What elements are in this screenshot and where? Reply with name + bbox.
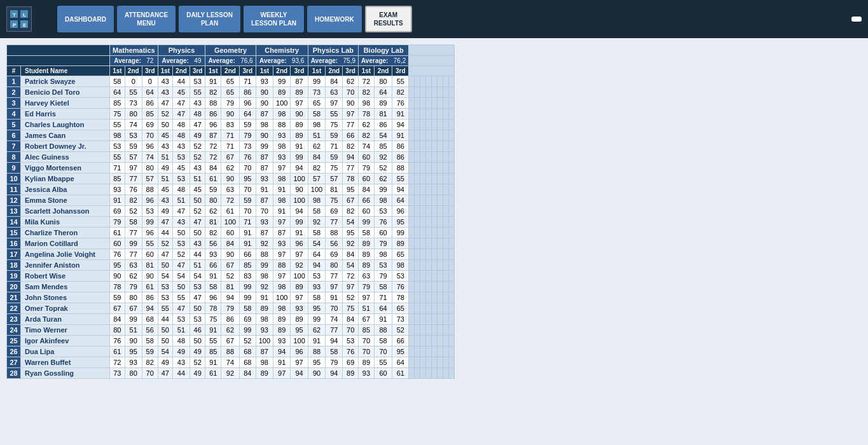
score-cell: 91 — [291, 228, 308, 238]
empty-cell — [449, 206, 455, 217]
score-cell: 96 — [142, 228, 158, 238]
score-cell: 61 — [142, 282, 158, 292]
score-cell: 65 — [221, 76, 240, 87]
score-cell: 95 — [343, 184, 359, 195]
row-number: 14 — [7, 217, 21, 228]
score-cell: 90 — [256, 98, 273, 109]
score-cell: 78 — [359, 109, 375, 120]
row-number: 11 — [7, 184, 21, 195]
score-cell: 72 — [359, 76, 375, 87]
score-cell: 99 — [239, 282, 256, 292]
score-cell: 76 — [392, 98, 409, 109]
empty-cell — [415, 260, 420, 271]
empty-cell — [432, 357, 437, 368]
score-cell: 89 — [291, 314, 308, 325]
col-chem-2nd: 2nd — [273, 66, 291, 76]
score-cell: 80 — [125, 292, 142, 303]
score-cell: 67 — [125, 303, 142, 314]
score-cell: 51 — [189, 260, 205, 271]
row-number: 10 — [7, 174, 21, 184]
row-number: 16 — [7, 238, 21, 249]
score-cell: 43 — [173, 141, 190, 152]
table-row: 14Mila Kunis7958994743478110071939799927… — [7, 217, 455, 228]
nav-weekly-lesson[interactable]: WEEKLYLESSON PLAN — [244, 6, 304, 32]
score-cell: 84 — [343, 314, 359, 325]
score-cell: 65 — [392, 303, 409, 314]
empty-cell — [449, 163, 455, 174]
nav-homework[interactable]: HOMEWORK — [307, 6, 362, 32]
score-cell: 85 — [374, 141, 392, 152]
score-cell: 82 — [205, 87, 221, 98]
empty-cell — [432, 336, 437, 346]
score-cell: 100 — [256, 336, 273, 346]
empty-cell — [415, 87, 420, 98]
empty-cell — [432, 195, 437, 206]
student-name: Viggo Mortensen — [21, 163, 110, 174]
score-cell: 62 — [221, 325, 240, 336]
empty-cell — [443, 346, 449, 357]
score-cell: 55 — [392, 76, 409, 87]
score-cell: 100 — [291, 336, 308, 346]
score-cell: 64 — [392, 357, 409, 368]
nav-dashboard[interactable]: DASHBOARD — [57, 6, 114, 32]
score-cell: 94 — [326, 368, 343, 379]
score-cell: 64 — [308, 249, 326, 260]
student-name: Omer Toprak — [21, 303, 110, 314]
score-cell: 89 — [291, 282, 308, 292]
table-row: 21John Stones598086535547969499911009758… — [7, 292, 455, 303]
score-cell: 55 — [158, 303, 172, 314]
score-cell: 98 — [256, 271, 273, 282]
score-cell: 90 — [110, 271, 125, 282]
score-cell: 91 — [239, 238, 256, 249]
score-cell: 86 — [205, 109, 221, 120]
score-cell: 70 — [256, 206, 273, 217]
score-cell: 61 — [221, 206, 240, 217]
nav-daily-lesson[interactable]: DAILY LESSONPLAN — [179, 6, 240, 32]
score-cell: 88 — [374, 325, 392, 336]
score-cell: 55 — [110, 120, 125, 130]
score-cell: 67 — [359, 314, 375, 325]
empty-cell — [426, 249, 432, 260]
empty-cell — [409, 195, 415, 206]
score-cell: 59 — [110, 292, 125, 303]
score-cell: 98 — [273, 195, 291, 206]
empty-cell — [443, 163, 449, 174]
empty-cell — [426, 303, 432, 314]
row-number: 19 — [7, 271, 21, 282]
score-cell: 84 — [110, 314, 125, 325]
score-cell: 47 — [189, 120, 205, 130]
score-cell: 88 — [221, 346, 240, 357]
empty-cell — [415, 217, 420, 228]
nav-exam-results[interactable]: EXAMRESULTS — [365, 6, 412, 32]
score-cell: 77 — [326, 325, 343, 336]
score-cell: 89 — [359, 249, 375, 260]
score-cell: 86 — [392, 141, 409, 152]
score-cell: 91 — [205, 357, 221, 368]
score-cell: 52 — [158, 238, 172, 249]
score-cell: 80 — [205, 195, 221, 206]
empty-cell — [449, 238, 455, 249]
score-cell: 60 — [359, 174, 375, 184]
score-cell: 80 — [125, 368, 142, 379]
score-cell: 50 — [158, 120, 172, 130]
score-cell: 47 — [189, 217, 205, 228]
empty-cell — [426, 87, 432, 98]
score-cell: 47 — [173, 206, 190, 217]
empty-cell — [420, 141, 426, 152]
nav-attendance[interactable]: ATTENDANCEMENU — [117, 6, 176, 32]
score-cell: 54 — [374, 130, 392, 141]
score-cell: 61 — [110, 346, 125, 357]
empty-cell — [409, 303, 415, 314]
score-cell: 87 — [256, 109, 273, 120]
empty-cell — [432, 217, 437, 228]
empty-cell — [449, 271, 455, 282]
student-name: Ryan Gossling — [21, 368, 110, 379]
score-cell: 95 — [392, 217, 409, 228]
score-cell: 96 — [205, 292, 221, 303]
score-cell: 98 — [110, 130, 125, 141]
empty-cell — [449, 109, 455, 120]
score-cell: 97 — [273, 217, 291, 228]
score-cell: 69 — [326, 249, 343, 260]
score-cell: 93 — [256, 325, 273, 336]
score-cell: 75 — [326, 195, 343, 206]
